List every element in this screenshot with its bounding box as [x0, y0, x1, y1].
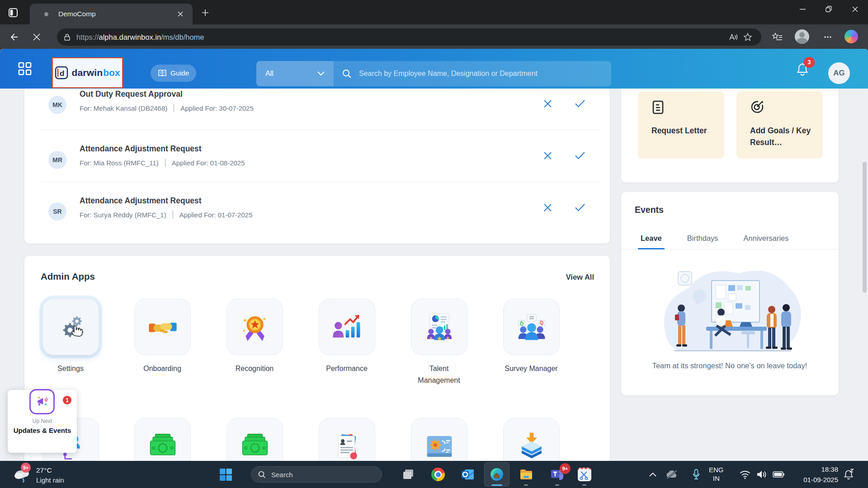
app-tile-survey-manager[interactable]: [503, 299, 560, 355]
close-button[interactable]: [842, 0, 868, 18]
tab-close-icon[interactable]: [175, 8, 186, 20]
events-title: Events: [635, 205, 664, 215]
tab-anniversaries[interactable]: Anniversaries: [741, 227, 792, 249]
search-input[interactable]: [358, 69, 603, 78]
admin-apps-title: Admin Apps: [41, 271, 95, 282]
app-label: Settings: [44, 363, 97, 375]
favorites-bar-icon[interactable]: [769, 30, 785, 44]
taskbar-search[interactable]: [251, 466, 382, 483]
notification-bell-dnd-icon[interactable]: [842, 467, 856, 482]
copilot-icon[interactable]: [844, 30, 858, 43]
survey-manager-icon: [516, 311, 547, 343]
microphone-icon[interactable]: [689, 467, 703, 482]
stop-refresh-icon[interactable]: [30, 30, 43, 44]
app-tile[interactable]: [226, 418, 283, 461]
guide-button[interactable]: Guide: [151, 65, 196, 82]
quick-action-add-goals[interactable]: Add Goals / Key Result…: [736, 91, 823, 159]
guide-book-icon: [158, 70, 167, 77]
tab-leave[interactable]: Leave: [638, 227, 665, 249]
app-label: Recognition: [228, 363, 281, 375]
task-view-button[interactable]: [401, 467, 416, 482]
app-tile[interactable]: [134, 418, 191, 461]
taskbar-search-input[interactable]: [270, 470, 352, 479]
onedrive-offline-icon[interactable]: [665, 467, 679, 482]
read-aloud-icon[interactable]: [726, 30, 741, 44]
site-info-lock-icon[interactable]: [63, 33, 71, 41]
reject-icon[interactable]: [538, 146, 557, 164]
approval-title: Attendance Adjustment Request: [80, 196, 202, 206]
app-tile-talent-management[interactable]: [411, 299, 467, 355]
app-tile[interactable]: [411, 418, 467, 461]
tab-birthdays[interactable]: Birthdays: [684, 227, 721, 249]
favorite-star-icon[interactable]: [741, 30, 755, 44]
new-tab-icon[interactable]: [199, 6, 212, 19]
search-filter-dropdown[interactable]: All: [256, 61, 334, 86]
app-tile-settings[interactable]: [42, 299, 99, 355]
announcement-icon: [29, 389, 55, 414]
restore-button[interactable]: [816, 0, 842, 18]
app-tile[interactable]: [503, 418, 560, 461]
profile-avatar[interactable]: [795, 29, 809, 44]
tab-actions-icon[interactable]: [6, 6, 20, 19]
global-search: All: [256, 61, 611, 86]
mouse-cursor: [71, 324, 83, 337]
approval-applied: Applied For: 01-07-2025: [179, 211, 253, 219]
user-avatar[interactable]: AG: [828, 62, 850, 84]
medal-icon: [239, 311, 271, 343]
approval-applied: Applied For: 30-07-2025: [180, 104, 254, 112]
app-label: Onboarding: [136, 363, 189, 375]
events-tabs: Leave Birthdays Anniversaries: [621, 227, 839, 249]
quick-action-request-letter[interactable]: Request Letter: [638, 91, 724, 159]
approval-applied: Applied For: 01-08-2025: [172, 159, 245, 167]
reject-icon[interactable]: [538, 198, 557, 216]
volume-icon[interactable]: [755, 467, 769, 482]
divider: [41, 182, 600, 182]
up-next-widget[interactable]: 1 Up Next Updates & Events: [8, 390, 77, 453]
language-indicator[interactable]: ENGIN: [709, 466, 724, 483]
back-icon[interactable]: [7, 30, 21, 44]
quick-action-label: Add Goals / Key Result…: [750, 125, 823, 149]
app-tile-performance[interactable]: [319, 299, 375, 355]
chrome-icon[interactable]: [431, 467, 445, 482]
up-next-eyebrow: Up Next: [8, 418, 77, 424]
minimize-button[interactable]: [789, 0, 816, 18]
url-text: https://alpha.darwinbox.in/ms/db/home: [76, 33, 726, 42]
approve-icon[interactable]: [571, 146, 589, 164]
page-scrollbar[interactable]: [863, 162, 867, 293]
darwinbox-logo[interactable]: d darwinbox: [52, 57, 123, 88]
avatar: SR: [48, 202, 66, 221]
clock[interactable]: 18:38 01-09-2025: [803, 465, 838, 485]
letter-document-icon: [651, 100, 665, 115]
browser-tab[interactable]: DemoComp: [30, 4, 193, 24]
url-path: /ms/db/home: [161, 33, 204, 41]
approve-icon[interactable]: [571, 198, 589, 216]
app-tile[interactable]: [319, 418, 375, 461]
file-explorer-icon[interactable]: [519, 467, 533, 482]
start-button[interactable]: [218, 467, 233, 482]
approval-title: Out Duty Request Approval: [80, 89, 183, 99]
notifications-button[interactable]: 3: [796, 62, 814, 80]
outlook-icon[interactable]: [461, 467, 475, 482]
approve-icon[interactable]: [571, 94, 589, 113]
tray-chevron-icon[interactable]: [646, 467, 660, 482]
app-tile-recognition[interactable]: [226, 299, 283, 355]
events-illustration: [653, 260, 807, 359]
waffle-menu-icon[interactable]: [18, 62, 32, 75]
search-box[interactable]: [334, 61, 611, 86]
more-menu-icon[interactable]: [821, 30, 835, 44]
browser-toolbar: https://alpha.darwinbox.in/ms/db/home: [0, 24, 868, 49]
edge-active-slot[interactable]: [484, 462, 509, 487]
weather-temp: 27°C: [36, 466, 64, 474]
view-all-link[interactable]: View All: [566, 273, 594, 282]
window-controls: [789, 0, 868, 18]
reject-icon[interactable]: [538, 94, 557, 113]
snipping-tool-icon[interactable]: [577, 467, 592, 482]
app-tile-onboarding[interactable]: [134, 299, 191, 355]
url-bar[interactable]: https://alpha.darwinbox.in/ms/db/home: [57, 28, 761, 46]
battery-icon[interactable]: [771, 467, 786, 482]
notification-count-badge: 3: [804, 57, 815, 68]
weather-widget[interactable]: 9+ 27°C Light rain: [14, 464, 64, 484]
browser-titlebar: DemoComp: [0, 0, 868, 24]
wifi-icon[interactable]: [738, 467, 752, 482]
approval-for: For: Surya Reddy (RMFC_1): [80, 211, 166, 219]
